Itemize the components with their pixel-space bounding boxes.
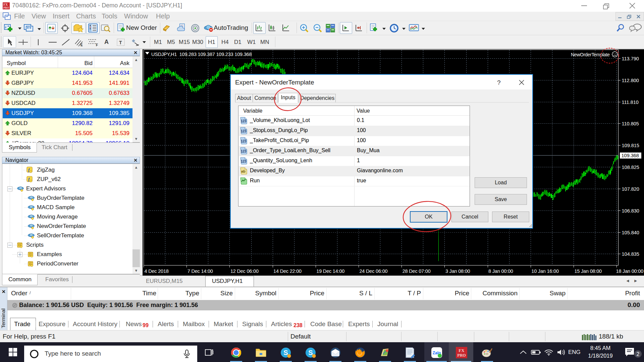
- svg-text:3 Jan 08:00: 3 Jan 08:00: [445, 268, 470, 274]
- svg-text:ab: ab: [241, 169, 246, 173]
- svg-text:FX: FX: [3, 3, 8, 6]
- svg-text:107.820: 107.820: [622, 186, 639, 192]
- svg-text:109.815: 109.815: [622, 143, 639, 148]
- svg-text:123: 123: [241, 139, 247, 143]
- svg-text:24 Dec 06:00: 24 Dec 06:00: [360, 268, 388, 274]
- svg-text:8 Jan 00:00: 8 Jan 00:00: [488, 268, 513, 274]
- svg-text:T: T: [119, 40, 122, 45]
- svg-text:123: 123: [241, 129, 247, 133]
- svg-text:28 Dec 07:00: 28 Dec 07:00: [402, 268, 431, 274]
- svg-text:15 Jan 08:00: 15 Jan 08:00: [575, 268, 602, 274]
- svg-text:10 Jan 16:00: 10 Jan 16:00: [531, 268, 559, 274]
- svg-text:12 Dec 06:00: 12 Dec 06:00: [230, 268, 259, 274]
- svg-text:18 Jan 00:00: 18 Jan 00:00: [616, 268, 644, 274]
- svg-text:108.825: 108.825: [622, 165, 639, 170]
- svg-text:?: ?: [497, 79, 501, 86]
- svg-text:2: 2: [637, 351, 640, 357]
- svg-text:FX: FX: [459, 348, 465, 353]
- svg-text:104.835: 104.835: [622, 251, 639, 257]
- svg-text:123: 123: [241, 149, 247, 153]
- svg-text:105.840: 105.840: [622, 230, 639, 235]
- svg-text:19 Dec 14:00: 19 Dec 14:00: [316, 268, 344, 274]
- svg-text:4 Dec 2018: 4 Dec 2018: [145, 268, 169, 274]
- svg-text:110.805: 110.805: [622, 121, 639, 126]
- svg-text:PRO: PRO: [3, 6, 9, 9]
- svg-text:E: E: [80, 43, 83, 47]
- svg-text:112.800: 112.800: [622, 78, 639, 83]
- svg-text:113.790: 113.790: [622, 56, 639, 61]
- svg-text:USDJPY,H1 109.283 109.387 109: USDJPY,H1 109.283 109.387 109.233 109.36…: [151, 52, 252, 57]
- svg-text:14 Dec 22:00: 14 Dec 22:00: [273, 268, 302, 274]
- svg-text:7 Dec 14:00: 7 Dec 14:00: [187, 268, 213, 274]
- svg-text:111.810: 111.810: [622, 100, 639, 105]
- svg-text:F: F: [96, 43, 98, 47]
- svg-text:123: 123: [241, 119, 247, 123]
- svg-text:Terminal: Terminal: [0, 308, 6, 328]
- svg-text:106.830: 106.830: [622, 208, 639, 214]
- svg-text:109.368: 109.368: [622, 153, 639, 158]
- svg-text:S: S: [283, 349, 288, 356]
- svg-text:S: S: [308, 349, 313, 356]
- svg-text:PRO: PRO: [457, 353, 466, 358]
- svg-text:123: 123: [241, 160, 247, 163]
- svg-text:NewOrderTemplate: NewOrderTemplate: [571, 52, 610, 57]
